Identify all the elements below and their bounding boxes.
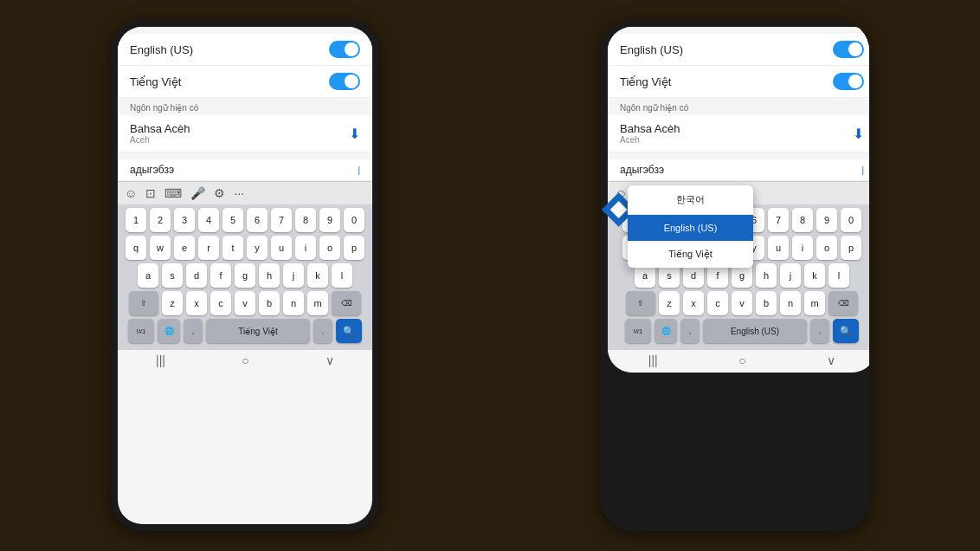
- left-key-q[interactable]: q: [126, 236, 146, 260]
- left-key-m[interactable]: m: [307, 291, 328, 315]
- right-english-toggle[interactable]: [833, 41, 864, 58]
- left-key-j[interactable]: j: [283, 263, 304, 288]
- right-key-k[interactable]: k: [804, 263, 825, 288]
- left-clipboard-icon[interactable]: ⊡: [145, 186, 156, 200]
- left-key-7[interactable]: 7: [271, 208, 292, 232]
- right-key-x[interactable]: x: [683, 291, 704, 315]
- right-key-l[interactable]: l: [828, 263, 849, 288]
- right-available-lang[interactable]: Bahsa Acèh Aceh ⬇: [608, 115, 869, 152]
- popup-english-selected[interactable]: English (US): [628, 215, 753, 241]
- right-key-comma[interactable]: ,: [680, 319, 700, 343]
- left-key-comma[interactable]: ,: [184, 319, 203, 343]
- right-nav-home[interactable]: ○: [738, 353, 745, 367]
- right-key-backspace[interactable]: ⌫: [828, 291, 858, 315]
- left-emoji-icon[interactable]: ☺: [125, 186, 137, 200]
- left-key-h[interactable]: h: [259, 263, 280, 288]
- right-key-p[interactable]: p: [841, 236, 861, 260]
- left-key-d[interactable]: d: [186, 263, 207, 288]
- left-key-i[interactable]: i: [295, 236, 316, 260]
- right-key-z[interactable]: z: [659, 291, 680, 315]
- right-key-shift[interactable]: ⇧: [626, 291, 655, 315]
- left-vietnamese-toggle[interactable]: [329, 73, 360, 90]
- left-nav-home[interactable]: ○: [242, 353, 248, 367]
- left-key-u[interactable]: u: [271, 236, 292, 260]
- left-english-toggle[interactable]: [329, 41, 360, 58]
- right-key-num[interactable]: !#1: [625, 319, 651, 343]
- right-key-search[interactable]: 🔍: [833, 319, 859, 343]
- left-key-f[interactable]: f: [210, 263, 231, 288]
- left-key-r[interactable]: r: [198, 236, 219, 260]
- left-key-n[interactable]: n: [283, 291, 304, 315]
- right-key-space[interactable]: English (US): [703, 319, 807, 343]
- left-key-0[interactable]: 0: [344, 208, 364, 232]
- right-key-u[interactable]: u: [768, 236, 789, 260]
- left-key-v[interactable]: v: [235, 291, 255, 315]
- right-nav-back[interactable]: ∨: [827, 353, 835, 367]
- left-key-backspace[interactable]: ⌫: [332, 291, 361, 315]
- left-key-8[interactable]: 8: [295, 208, 316, 232]
- left-vietnamese-item[interactable]: Tiếng Việt: [118, 66, 372, 98]
- right-key-v[interactable]: v: [732, 291, 752, 315]
- left-nav-back[interactable]: ∨: [326, 353, 334, 367]
- right-key-row-4: ⇧ z x c v b n m ⌫: [610, 291, 869, 315]
- right-key-9[interactable]: 9: [816, 208, 837, 232]
- left-key-k[interactable]: k: [307, 263, 328, 288]
- left-key-y[interactable]: y: [247, 236, 268, 260]
- left-mic-icon[interactable]: 🎤: [190, 186, 205, 200]
- left-key-period[interactable]: .: [313, 319, 332, 343]
- left-key-search[interactable]: 🔍: [336, 319, 362, 343]
- left-download-icon[interactable]: ⬇: [349, 126, 360, 142]
- left-keyboard-icon[interactable]: ⌨: [164, 186, 182, 200]
- right-nav-recents[interactable]: |||: [648, 353, 658, 367]
- right-key-period[interactable]: .: [810, 319, 829, 343]
- left-key-o[interactable]: o: [319, 236, 340, 260]
- left-key-a[interactable]: a: [138, 263, 158, 288]
- right-key-7[interactable]: 7: [768, 208, 789, 232]
- right-key-j[interactable]: j: [780, 263, 801, 288]
- right-key-m[interactable]: m: [804, 291, 825, 315]
- right-vietnamese-item[interactable]: Tiếng Việt: [608, 66, 869, 98]
- left-key-t[interactable]: t: [222, 236, 243, 260]
- left-available-lang[interactable]: Bahsa Acèh Aceh ⬇: [118, 115, 372, 152]
- left-key-num[interactable]: !#1: [128, 319, 154, 343]
- right-vietnamese-toggle[interactable]: [833, 73, 864, 90]
- right-key-o[interactable]: o: [816, 236, 837, 260]
- left-key-z[interactable]: z: [162, 291, 183, 315]
- left-key-c[interactable]: c: [210, 291, 231, 315]
- popup-vietnamese[interactable]: Tiếng Việt: [628, 241, 753, 268]
- right-key-b[interactable]: b: [756, 291, 777, 315]
- left-key-l[interactable]: l: [332, 263, 352, 288]
- left-key-5[interactable]: 5: [222, 208, 243, 232]
- right-emoji-icon[interactable]: ☺: [615, 186, 627, 200]
- left-key-4[interactable]: 4: [198, 208, 219, 232]
- right-key-8[interactable]: 8: [792, 208, 813, 232]
- left-key-6[interactable]: 6: [247, 208, 268, 232]
- right-download-icon[interactable]: ⬇: [853, 126, 864, 142]
- right-key-globe[interactable]: 🌐: [654, 319, 677, 343]
- right-english-item[interactable]: English (US): [608, 34, 869, 66]
- left-more-icon[interactable]: ···: [234, 186, 244, 200]
- left-key-globe[interactable]: 🌐: [158, 319, 180, 343]
- right-key-i[interactable]: i: [792, 236, 813, 260]
- left-key-x[interactable]: x: [186, 291, 207, 315]
- left-key-9[interactable]: 9: [319, 208, 340, 232]
- left-key-space[interactable]: Tiếng Việt: [206, 319, 310, 343]
- left-settings-icon[interactable]: ⚙: [214, 186, 225, 200]
- right-key-0[interactable]: 0: [841, 208, 861, 232]
- left-key-2[interactable]: 2: [150, 208, 171, 232]
- left-key-s[interactable]: s: [162, 263, 183, 288]
- left-key-b[interactable]: b: [259, 291, 280, 315]
- right-key-c[interactable]: c: [707, 291, 728, 315]
- right-key-h[interactable]: h: [756, 263, 777, 288]
- left-key-p[interactable]: p: [344, 236, 364, 260]
- left-key-shift[interactable]: ⇧: [129, 291, 158, 315]
- left-key-1[interactable]: 1: [126, 208, 146, 232]
- left-nav-recents[interactable]: |||: [156, 353, 165, 367]
- left-key-3[interactable]: 3: [174, 208, 195, 232]
- right-key-n[interactable]: n: [780, 291, 801, 315]
- left-english-item[interactable]: English (US): [118, 34, 372, 66]
- left-key-g[interactable]: g: [235, 263, 255, 288]
- left-key-w[interactable]: w: [150, 236, 171, 260]
- popup-korean[interactable]: 한국어: [628, 185, 753, 215]
- left-key-e[interactable]: e: [174, 236, 195, 260]
